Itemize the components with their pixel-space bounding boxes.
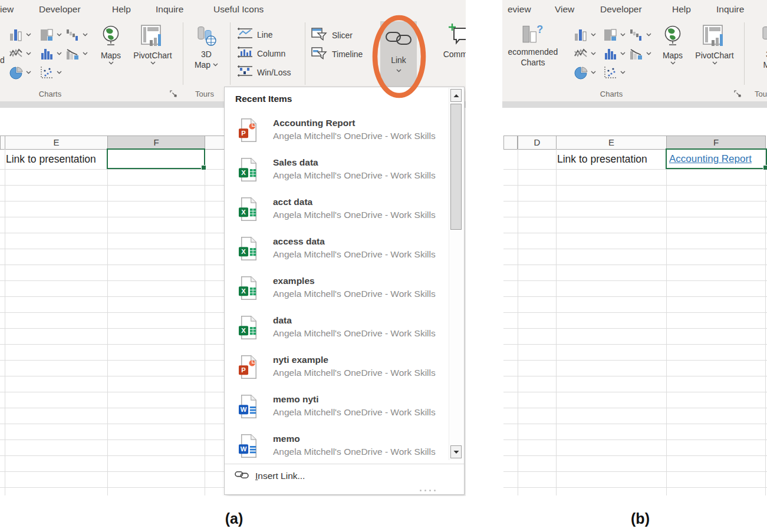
- globe-icon: [662, 25, 683, 49]
- recent-item[interactable]: P nyti exampleAngela Mitchell's OneDrive…: [225, 351, 449, 390]
- chevron-down-icon[interactable]: [26, 33, 31, 37]
- tab-review[interactable]: eview: [508, 4, 531, 15]
- selected-cell-f1[interactable]: Accounting Report: [666, 148, 767, 169]
- chevron-down-icon[interactable]: [591, 33, 596, 37]
- tab-help[interactable]: Help: [672, 4, 691, 15]
- recent-item[interactable]: W memo nytiAngela Mitchell's OneDrive - …: [225, 390, 449, 429]
- pie-chart-icon[interactable]: [9, 66, 24, 82]
- chevron-down-icon[interactable]: [26, 71, 31, 74]
- column-chart-icon[interactable]: [574, 28, 587, 44]
- scroll-down-button[interactable]: [450, 445, 462, 458]
- histogram-chart-icon[interactable]: [40, 47, 53, 62]
- recent-item[interactable]: X acct dataAngela Mitchell's OneDrive - …: [225, 193, 449, 232]
- timeline-button[interactable]: Timeline: [311, 46, 363, 62]
- recent-item[interactable]: X Sales dataAngela Mitchell's OneDrive -…: [225, 153, 449, 193]
- chevron-down-icon[interactable]: [646, 33, 651, 37]
- chevron-down-icon[interactable]: [57, 52, 62, 55]
- recent-item[interactable]: X access dataAngela Mitchell's OneDrive …: [225, 232, 449, 272]
- slicer-button[interactable]: Slicer: [311, 27, 353, 44]
- gridline: [107, 149, 108, 495]
- tab-developer[interactable]: Developer: [600, 4, 642, 15]
- column-header-e[interactable]: E: [5, 136, 108, 150]
- histogram-chart-icon[interactable]: [604, 47, 617, 62]
- waterfall-chart-icon[interactable]: [630, 28, 643, 44]
- tab-view[interactable]: iew: [0, 4, 14, 15]
- cell-hyperlink[interactable]: Accounting Report: [667, 150, 766, 168]
- selected-cell-f1[interactable]: [107, 148, 205, 169]
- chevron-down-icon[interactable]: [57, 33, 62, 37]
- recent-item-name: acct data: [273, 196, 436, 208]
- chevron-down-icon[interactable]: [83, 33, 88, 37]
- chevron-down-icon[interactable]: [83, 52, 88, 55]
- resize-grip[interactable]: [420, 490, 436, 491]
- scrollbar-thumb[interactable]: [450, 104, 462, 230]
- combo-chart-icon[interactable]: [630, 47, 643, 62]
- fill-handle[interactable]: [763, 165, 767, 170]
- scatter-chart-icon[interactable]: [40, 66, 53, 81]
- comment-button[interactable]: Comment: [437, 22, 466, 59]
- chevron-down-icon[interactable]: [620, 71, 626, 74]
- scatter-chart-icon[interactable]: [604, 66, 617, 81]
- column-chart-icon[interactable]: [9, 28, 22, 44]
- link-button[interactable]: Link: [380, 21, 417, 87]
- chevron-down-icon[interactable]: [646, 52, 651, 55]
- chevron-down-icon[interactable]: [57, 71, 62, 74]
- recent-item[interactable]: X examplesAngela Mitchell's OneDrive - W…: [225, 272, 449, 311]
- dropdown-scrollbar[interactable]: [449, 88, 463, 460]
- group-separator: [744, 22, 745, 85]
- recent-item-location: Angela Mitchell's OneDrive - Work Skills: [273, 247, 436, 262]
- recent-item[interactable]: W memoAngela Mitchell's OneDrive - Work …: [225, 429, 449, 469]
- sparkline-winloss-button[interactable]: Win/Loss: [237, 65, 291, 80]
- recent-item[interactable]: P Accounting ReportAngela Mitchell's One…: [225, 114, 449, 153]
- recent-item-name: Sales data: [273, 156, 436, 168]
- sparkline-column-button[interactable]: Column: [237, 46, 285, 61]
- tab-useful-icons[interactable]: Useful Icons: [213, 4, 264, 15]
- sheet-grid-rows[interactable]: [503, 169, 767, 495]
- line-stock-chart-icon[interactable]: [9, 47, 22, 62]
- 3d-map-button[interactable]: 3D Map: [752, 25, 767, 70]
- sparkline-line-button[interactable]: Line: [237, 27, 272, 42]
- tab-inquire[interactable]: Inquire: [156, 4, 183, 15]
- tab-developer[interactable]: Developer: [39, 4, 81, 15]
- insert-link-menu-item[interactable]: Insert Link...: [235, 470, 305, 482]
- pie-chart-icon[interactable]: [574, 66, 588, 82]
- 3d-map-button[interactable]: 3D Map: [187, 25, 225, 70]
- hierarchy-chart-icon[interactable]: [604, 28, 617, 44]
- tab-view[interactable]: View: [555, 4, 574, 15]
- column-header-f[interactable]: F: [666, 136, 766, 150]
- excel-file-icon: X: [239, 314, 260, 343]
- cell-e1[interactable]: Link to presentation: [6, 150, 106, 169]
- timeline-icon: [311, 46, 328, 62]
- chevron-down-icon[interactable]: [620, 52, 626, 55]
- column-header-sliver[interactable]: [503, 136, 518, 150]
- pivotchart-button[interactable]: PivotChart: [687, 25, 742, 65]
- column-header-d[interactable]: D: [518, 136, 557, 150]
- dialog-launcher-icon[interactable]: [170, 89, 177, 100]
- chevron-down-icon[interactable]: [620, 33, 626, 37]
- maps-button[interactable]: Maps: [658, 25, 687, 65]
- column-header-sliver[interactable]: [205, 136, 225, 150]
- combo-chart-icon[interactable]: [66, 47, 79, 62]
- scroll-up-button[interactable]: [450, 89, 462, 102]
- sheet-grid-rows[interactable]: [0, 169, 224, 495]
- tab-help[interactable]: Help: [112, 4, 131, 15]
- recent-item[interactable]: X dataAngela Mitchell's OneDrive - Work …: [225, 311, 449, 351]
- column-header-f[interactable]: F: [107, 136, 205, 150]
- column-header-e[interactable]: E: [556, 136, 667, 150]
- group-separator: [230, 22, 231, 85]
- tab-inquire[interactable]: Inquire: [716, 4, 744, 15]
- waterfall-chart-icon[interactable]: [66, 28, 79, 44]
- recommended-charts-button[interactable]: ? ecommended Charts: [502, 24, 564, 67]
- chevron-down-icon[interactable]: [26, 52, 31, 55]
- dialog-launcher-icon[interactable]: [734, 89, 741, 100]
- hierarchy-chart-icon[interactable]: [40, 28, 53, 44]
- fill-handle[interactable]: [201, 165, 206, 170]
- chevron-down-icon[interactable]: [591, 52, 596, 55]
- caption-b: (b): [599, 510, 682, 527]
- pivotchart-button[interactable]: PivotChart: [126, 25, 180, 65]
- recent-item-name: memo: [273, 432, 436, 445]
- maps-button[interactable]: Maps: [96, 25, 126, 65]
- chevron-down-icon[interactable]: [591, 71, 596, 74]
- line-stock-chart-icon[interactable]: [574, 47, 587, 62]
- cell-e1[interactable]: Link to presentation: [557, 150, 665, 169]
